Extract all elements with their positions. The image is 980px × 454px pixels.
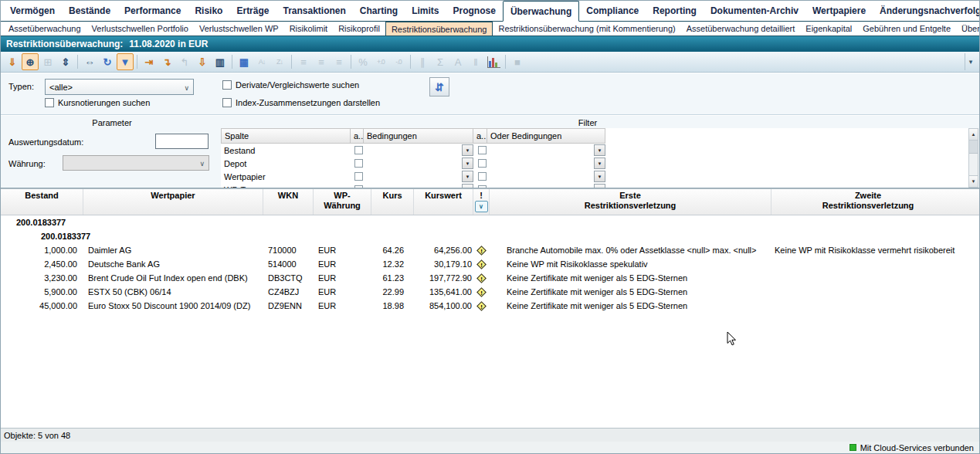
menu-reporting[interactable]: Reporting [646, 1, 704, 21]
typen-select[interactable]: <alle> [45, 79, 194, 95]
auswertungsdatum-input[interactable] [155, 134, 209, 149]
filter-col-aktiv2[interactable]: a.. [473, 128, 487, 144]
checkbox-box[interactable] [222, 80, 232, 90]
tab-risikoprofil[interactable]: Risikoprofil [333, 22, 385, 36]
sum-icon[interactable]: Σ [432, 53, 449, 70]
menu-ueberwachung[interactable]: Überwachung [503, 1, 579, 22]
increase-decimal-icon[interactable]: +.0 [372, 53, 389, 70]
menu-prognose[interactable]: Prognose [446, 1, 503, 21]
derivate-checkbox[interactable]: Derivate/Vergleichswerte suchen [222, 80, 359, 90]
filter-checkbox[interactable] [354, 172, 363, 181]
col-kurswert[interactable]: Kurswert [414, 189, 473, 215]
filter-col-bedingungen[interactable]: Bedingungen [364, 128, 473, 144]
col-bestand[interactable]: Bestand [1, 189, 83, 215]
expand-structure-icon[interactable]: ⊕ [22, 53, 39, 70]
import-data-icon[interactable]: ⇩ [194, 53, 211, 70]
tab-verlustschwellen-portfolio[interactable]: Verlustschwellen Portfolio [86, 22, 194, 36]
table-row[interactable]: 3,230.00 Brent Crude Oil Fut Index open … [1, 271, 979, 285]
tab-risikolimit[interactable]: Risikolimit [284, 22, 334, 36]
tab-assetueberwachung[interactable]: Assetüberwachung [3, 22, 86, 36]
table-row[interactable]: 2,450.00 Deutsche Bank AG 514000 EUR 12.… [1, 257, 979, 271]
bar-chart-icon[interactable] [485, 53, 502, 70]
bedingungen-dropdown-icon[interactable] [462, 158, 473, 169]
oder-bedingungen-dropdown-icon[interactable] [594, 171, 605, 182]
tab-assetueberwachung-detailliert[interactable]: Assetüberwachung detailliert [681, 22, 801, 36]
table-row[interactable]: 1,000.00 Daimler AG 710000 EUR 64.26 64,… [1, 243, 979, 257]
waehrung-select[interactable] [63, 155, 209, 171]
insert-chart-column-icon[interactable]: ▥ [212, 53, 229, 70]
filter-checkbox[interactable] [354, 159, 363, 168]
decrease-decimal-icon[interactable]: -.0 [390, 53, 407, 70]
tab-restriktionsueberwachung[interactable]: Restriktionsüberwachung [385, 22, 493, 36]
tab-restriktionsueberwachung-kommentierung[interactable]: Restriktionsüberwachung (mit Kommentieru… [493, 22, 680, 36]
scroll-down-icon[interactable] [969, 175, 978, 187]
oder-bedingungen-dropdown-icon[interactable] [594, 144, 605, 156]
row-settings-icon[interactable]: ∥ [414, 53, 431, 70]
table-row[interactable]: 5,900.00 ESTX 50 (CBK) 06/14 CZ4BZJ EUR … [1, 285, 979, 299]
filter-checkbox[interactable] [354, 185, 363, 188]
menu-wertpapiere[interactable]: Wertpapiere [805, 1, 873, 21]
goto-column-icon[interactable]: ⇥ [141, 53, 158, 70]
menu-vermoegen[interactable]: Vermögen [3, 1, 62, 21]
jump-to-row-icon[interactable]: ↴ [158, 53, 175, 70]
sort-descending-icon[interactable]: Z↓ [271, 53, 288, 70]
filter-checkbox[interactable] [478, 172, 487, 181]
menu-performance[interactable]: Performance [117, 1, 188, 21]
table-row[interactable]: 45,000.00 Euro Stoxx 50 Discount 1900 20… [1, 299, 979, 313]
filter-checkbox[interactable] [478, 159, 487, 168]
scroll-up-icon[interactable] [969, 129, 978, 141]
scrollbar-thumb[interactable] [969, 141, 978, 154]
sort-ascending-icon[interactable]: A↓ [253, 53, 270, 70]
menu-aenderungsnachverfolgung[interactable]: Änderungsnachverfolgung [873, 1, 980, 21]
col-zweite-restriktionsverletzung[interactable]: ZweiteRestriktionsverletzung [771, 189, 965, 215]
tab-ueberschuss[interactable]: Überschus [956, 22, 980, 36]
tab-verlustschwellen-wp[interactable]: Verlustschwellen WP [194, 22, 284, 36]
bedingungen-dropdown-icon[interactable] [462, 144, 473, 156]
filter-checkbox[interactable] [478, 146, 487, 154]
filter-col-oder-bedingungen[interactable]: Oder Bedingungen [487, 128, 605, 144]
filter-settings-icon[interactable]: ▼ [117, 53, 134, 70]
refresh-view-icon[interactable]: ↻ [99, 53, 116, 70]
index-zusammensetzungen-checkbox[interactable]: Index-Zusammensetzungen darstellen [222, 98, 380, 107]
col-kurs[interactable]: Kurs [371, 189, 414, 215]
menu-dokumenten-archiv[interactable]: Dokumenten-Archiv [704, 1, 805, 21]
export-layout-icon[interactable]: ⇓ [4, 53, 21, 70]
col-alert[interactable]: ! [473, 189, 490, 215]
kursnotierungen-checkbox[interactable]: Kursnotierungen suchen [45, 98, 150, 107]
bedingungen-dropdown-icon[interactable] [462, 184, 473, 188]
undo-navigation-icon[interactable]: ↰ [176, 53, 193, 70]
col-wp-waehrung[interactable]: WP-Währung [314, 189, 371, 215]
search-refresh-button[interactable]: ⇵ [429, 77, 449, 97]
alert-filter-dropdown-icon[interactable] [475, 201, 488, 212]
col-wertpapier[interactable]: Wertpapier [83, 189, 263, 215]
filter-col-aktiv1[interactable]: a.. [351, 128, 364, 144]
oder-bedingungen-dropdown-icon[interactable] [594, 184, 605, 188]
menu-ertraege[interactable]: Erträge [229, 1, 276, 21]
oder-bedingungen-dropdown-icon[interactable] [594, 158, 605, 169]
bedingungen-dropdown-icon[interactable] [462, 171, 473, 182]
menu-risiko[interactable]: Risiko [188, 1, 229, 21]
align-left-icon[interactable]: ≡ [295, 53, 312, 70]
toolbar-overflow-icon[interactable]: ▾ [965, 53, 976, 70]
col-wkn[interactable]: WKN [263, 189, 314, 215]
column-settings-icon[interactable]: ‖ [467, 53, 484, 70]
merge-cells-icon[interactable]: ⊞ [39, 53, 56, 70]
tab-gebuehren-und-entgelte[interactable]: Gebühren und Entgelte [857, 22, 956, 36]
fit-column-width-icon[interactable]: ⇔ [81, 53, 98, 70]
filter-checkbox[interactable] [478, 185, 487, 188]
menu-transaktionen[interactable]: Transaktionen [276, 1, 352, 21]
stop-icon[interactable]: ■ [509, 53, 526, 70]
font-icon[interactable]: A [449, 53, 466, 70]
menu-bestaende[interactable]: Bestände [62, 1, 117, 21]
filter-checkbox[interactable] [354, 146, 363, 154]
menu-limits[interactable]: Limits [405, 1, 446, 21]
filter-scrollbar[interactable] [968, 128, 978, 188]
menu-charting[interactable]: Charting [353, 1, 405, 21]
tab-eigenkapital[interactable]: Eigenkapital [800, 22, 857, 36]
column-filter-icon[interactable]: ▦ [236, 53, 253, 70]
group-row[interactable]: 200.0183377 [1, 215, 979, 229]
filter-col-spalte[interactable]: Spalte [221, 128, 351, 144]
align-center-icon[interactable]: ≡ [313, 53, 330, 70]
group-row[interactable]: 200.0183377 [1, 229, 979, 243]
fit-row-height-icon[interactable]: ⇕ [57, 53, 74, 70]
